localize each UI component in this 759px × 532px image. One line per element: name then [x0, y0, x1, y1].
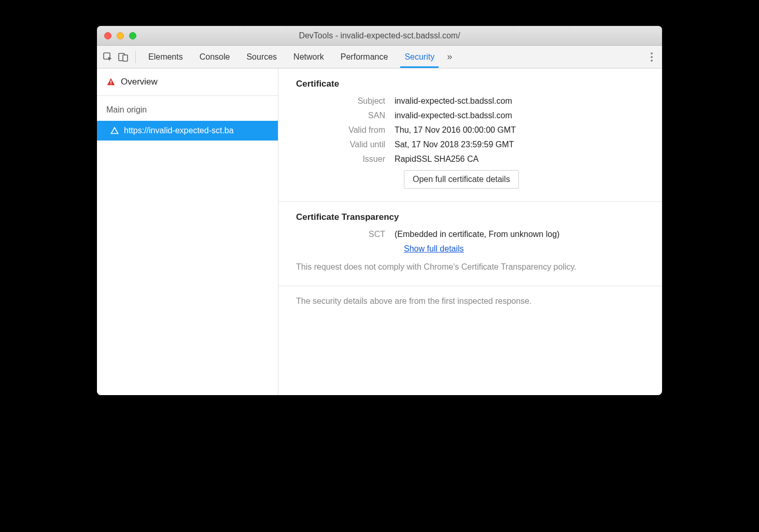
- label-issuer: Issuer: [296, 155, 395, 164]
- row-valid-until: Valid until Sat, 17 Nov 2018 23:59:59 GM…: [296, 140, 644, 149]
- settings-menu-icon[interactable]: [644, 52, 659, 62]
- svg-rect-4: [110, 83, 111, 85]
- row-sct: SCT (Embedded in certificate, From unkno…: [296, 230, 644, 239]
- value-issuer: RapidSSL SHA256 CA: [395, 155, 644, 164]
- security-sidebar: Overview Main origin https://invalid-exp…: [97, 68, 278, 395]
- origin-url: https://invalid-expected-sct.ba: [124, 126, 234, 135]
- tab-performance[interactable]: Performance: [332, 46, 397, 68]
- zoom-window-button[interactable]: [129, 32, 136, 39]
- window-title: DevTools - invalid-expected-sct.badssl.c…: [97, 31, 662, 40]
- toolbar-divider: [135, 51, 136, 63]
- tab-network[interactable]: Network: [285, 46, 332, 68]
- overview-row[interactable]: Overview: [97, 68, 278, 96]
- value-valid-until: Sat, 17 Nov 2018 23:59:59 GMT: [395, 140, 644, 149]
- row-subject: Subject invalid-expected-sct.badssl.com: [296, 96, 644, 106]
- value-sct: (Embedded in certificate, From unknown l…: [395, 230, 644, 239]
- certificate-heading: Certificate: [296, 79, 644, 89]
- tab-sources[interactable]: Sources: [238, 46, 285, 68]
- value-subject: invalid-expected-sct.badssl.com: [395, 96, 644, 106]
- row-san: SAN invalid-expected-sct.badssl.com: [296, 111, 644, 120]
- warning-triangle-outline-icon: [110, 127, 119, 135]
- ct-section: Certificate Transparency SCT (Embedded i…: [278, 202, 662, 286]
- overview-label: Overview: [121, 77, 158, 87]
- certificate-section: Certificate Subject invalid-expected-sct…: [278, 68, 662, 202]
- main-origin-label: Main origin: [97, 96, 278, 121]
- label-valid-from: Valid from: [296, 125, 395, 135]
- traffic-lights: [97, 32, 136, 39]
- content-area: Overview Main origin https://invalid-exp…: [97, 68, 662, 395]
- inspect-element-icon[interactable]: [100, 49, 116, 65]
- devtools-window: DevTools - invalid-expected-sct.badssl.c…: [97, 26, 662, 395]
- devtools-toolbar: Elements Console Sources Network Perform…: [97, 46, 662, 68]
- ct-policy-note: This request does not comply with Chrome…: [296, 261, 644, 273]
- label-valid-until: Valid until: [296, 140, 395, 149]
- ct-heading: Certificate Transparency: [296, 212, 644, 222]
- label-sct: SCT: [296, 230, 395, 239]
- svg-rect-2: [123, 55, 128, 61]
- value-san: invalid-expected-sct.badssl.com: [395, 111, 644, 120]
- show-full-details-link[interactable]: Show full details: [404, 244, 464, 253]
- tab-console[interactable]: Console: [191, 46, 238, 68]
- close-window-button[interactable]: [104, 32, 111, 39]
- panel-tabs: Elements Console Sources Network Perform…: [140, 46, 443, 68]
- open-certificate-button[interactable]: Open full certificate details: [404, 170, 519, 189]
- tab-elements[interactable]: Elements: [140, 46, 191, 68]
- more-tabs-icon[interactable]: »: [443, 51, 456, 62]
- warning-triangle-icon: [106, 77, 116, 87]
- footer-note: The security details above are from the …: [278, 286, 662, 316]
- svg-rect-3: [110, 80, 111, 83]
- security-details: Certificate Subject invalid-expected-sct…: [278, 68, 662, 395]
- value-valid-from: Thu, 17 Nov 2016 00:00:00 GMT: [395, 125, 644, 135]
- minimize-window-button[interactable]: [117, 32, 124, 39]
- tab-security[interactable]: Security: [396, 46, 443, 68]
- row-issuer: Issuer RapidSSL SHA256 CA: [296, 155, 644, 164]
- device-toggle-icon[interactable]: [116, 49, 131, 65]
- titlebar: DevTools - invalid-expected-sct.badssl.c…: [97, 26, 662, 46]
- row-valid-from: Valid from Thu, 17 Nov 2016 00:00:00 GMT: [296, 125, 644, 135]
- label-san: SAN: [296, 111, 395, 120]
- label-subject: Subject: [296, 96, 395, 106]
- origin-row[interactable]: https://invalid-expected-sct.ba: [97, 121, 278, 141]
